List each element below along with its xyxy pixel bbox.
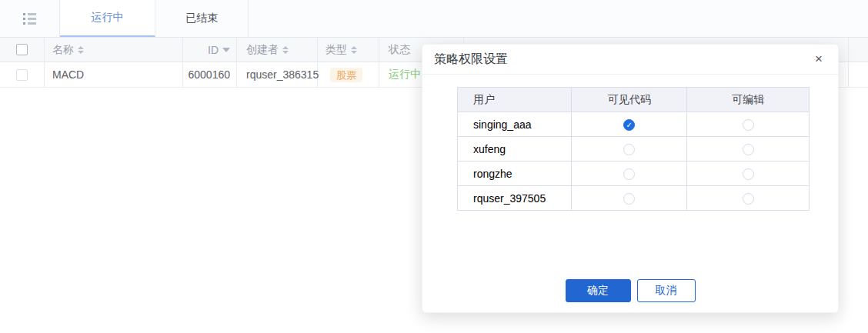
tab-running[interactable]: 运行中: [60, 0, 155, 37]
column-creator[interactable]: 创建者: [237, 38, 318, 62]
sort-icon[interactable]: [351, 46, 357, 54]
select-all-checkbox[interactable]: [16, 44, 28, 55]
column-end-spacer: [849, 38, 868, 62]
column-id-label: ID: [208, 44, 219, 56]
user-name: rquser_397505: [458, 186, 572, 211]
permission-table: 用户 可见代码 可编辑 singing_aaa xufeng rongzhe: [457, 87, 810, 211]
close-icon[interactable]: ×: [815, 51, 823, 68]
header-visible-code: 可见代码: [571, 88, 687, 112]
column-id[interactable]: ID: [183, 38, 237, 62]
confirm-button[interactable]: 确定: [566, 279, 631, 302]
dialog-footer: 确定 取消: [422, 279, 838, 302]
permission-dialog: 策略权限设置 × 用户 可见代码 可编辑 singing_aaa xufeng: [422, 44, 839, 313]
tab-ended[interactable]: 已结束: [155, 0, 249, 37]
sort-desc-icon[interactable]: [222, 48, 230, 52]
permission-row: rongzhe: [458, 162, 810, 186]
row-checkbox[interactable]: [16, 69, 28, 81]
header-user: 用户: [458, 88, 572, 112]
editable-radio[interactable]: [743, 168, 754, 180]
visible-code-radio[interactable]: [623, 144, 635, 155]
visible-code-radio[interactable]: [623, 193, 635, 205]
type-badge: 股票: [330, 68, 362, 82]
strategy-creator: rquser_386315: [246, 68, 319, 81]
tab-running-label: 运行中: [92, 11, 124, 25]
user-name: singing_aaa: [458, 112, 572, 137]
strategy-id: 6000160: [188, 68, 230, 81]
header-editable: 可编辑: [687, 88, 810, 112]
user-name: xufeng: [458, 137, 572, 162]
list-icon: [23, 13, 36, 25]
editable-radio[interactable]: [743, 193, 754, 205]
dialog-title: 策略权限设置: [434, 52, 508, 68]
row-end-spacer: [849, 62, 868, 87]
visible-code-radio[interactable]: [623, 119, 635, 131]
user-name: rongzhe: [458, 162, 572, 186]
strategy-name: MACD: [52, 68, 84, 81]
row-checkbox-cell: [0, 62, 45, 87]
strategy-type-cell: 股票: [318, 62, 379, 87]
permission-row: singing_aaa: [458, 112, 810, 137]
cancel-button[interactable]: 取消: [637, 279, 696, 302]
column-status-label: 状态: [389, 43, 410, 57]
column-type-label: 类型: [326, 43, 347, 57]
strategy-creator-cell: rquser_386315: [237, 62, 318, 87]
strategy-id-cell: 6000160: [183, 62, 237, 87]
menu-toggle-button[interactable]: [0, 0, 60, 37]
column-type[interactable]: 类型: [318, 38, 379, 62]
tab-bar: 运行中 已结束: [0, 0, 868, 37]
column-creator-label: 创建者: [246, 43, 279, 57]
visible-code-radio[interactable]: [623, 168, 635, 180]
sort-icon[interactable]: [78, 46, 84, 54]
status-text: 运行中: [389, 68, 421, 82]
permission-row: rquser_397505: [458, 186, 810, 211]
tab-ended-label: 已结束: [185, 12, 218, 25]
strategy-name-cell[interactable]: MACD: [45, 62, 183, 87]
column-name-label: 名称: [52, 43, 74, 57]
permission-row: xufeng: [458, 137, 810, 162]
column-name[interactable]: 名称: [45, 38, 183, 62]
permission-table-header: 用户 可见代码 可编辑: [458, 88, 810, 112]
strategy-page: 运行中 已结束 名称 ID 创建者 类型 状态: [0, 0, 868, 333]
dialog-header: 策略权限设置 ×: [422, 45, 838, 75]
sort-icon[interactable]: [282, 46, 289, 54]
editable-radio[interactable]: [743, 119, 754, 131]
editable-radio[interactable]: [743, 144, 754, 155]
header-checkbox-cell: [0, 38, 45, 62]
